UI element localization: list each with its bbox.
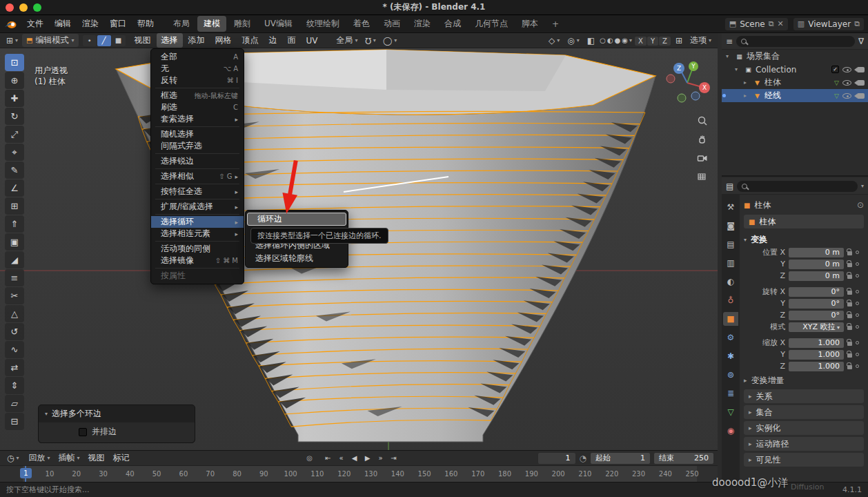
prev-keyframe-button[interactable]: « bbox=[335, 452, 347, 464]
lock-icon[interactable] bbox=[847, 251, 852, 255]
menu-item[interactable]: 选择相连元素▸ bbox=[151, 228, 244, 240]
value-field[interactable]: 0 m bbox=[789, 260, 844, 269]
menu-item[interactable]: 刷选C bbox=[151, 101, 244, 113]
workspace-tab[interactable]: UV编辑 bbox=[258, 16, 299, 32]
viewport-menu-item[interactable]: 选择 bbox=[157, 33, 183, 48]
tool-poly-build[interactable]: △ bbox=[5, 305, 24, 322]
grid-icon[interactable]: ⊞ bbox=[673, 35, 685, 46]
expand-icon[interactable]: ▾ bbox=[735, 66, 741, 72]
decorator-dot[interactable] bbox=[856, 251, 859, 254]
outliner-row[interactable]: ▾▦场景集合 bbox=[722, 50, 868, 63]
menu-item[interactable]: 随机选择 bbox=[151, 128, 244, 140]
viewport-menu-item[interactable]: 添加 bbox=[184, 33, 210, 48]
tool-add-cube[interactable]: ⊞ bbox=[5, 197, 24, 215]
material-shading-icon[interactable]: ● bbox=[615, 37, 621, 44]
jump-start-button[interactable]: ⇤ bbox=[322, 452, 334, 464]
timeline-editor-icon[interactable]: ◷▾ bbox=[4, 453, 22, 464]
timeline-menu[interactable]: 视图 bbox=[84, 451, 109, 465]
zoom-icon[interactable] bbox=[696, 115, 709, 127]
workspace-tab[interactable]: 脚本 bbox=[515, 16, 544, 32]
edge-rings-checkbox[interactable] bbox=[79, 428, 87, 436]
frame-end-field[interactable]: 结束 250 bbox=[654, 453, 713, 464]
workspace-tab[interactable]: 雕刻 bbox=[228, 16, 257, 32]
properties-tab-scene[interactable]: ◐ bbox=[723, 275, 738, 289]
frame-start-field[interactable]: 起始 1 bbox=[591, 453, 650, 464]
value-field[interactable]: 0 m bbox=[789, 248, 844, 257]
tool-smooth[interactable]: ∿ bbox=[5, 341, 24, 358]
playhead-marker[interactable]: 1 bbox=[20, 468, 32, 478]
timeline-menu[interactable]: 插帧▾ bbox=[55, 451, 84, 465]
properties-search-input[interactable] bbox=[737, 181, 858, 192]
auto-key-button[interactable]: ◎ bbox=[304, 452, 315, 464]
panel-section[interactable]: ▸实例化 bbox=[744, 421, 864, 435]
workspace-tab[interactable]: 渲染 bbox=[408, 16, 437, 32]
timeline-menu[interactable]: 标记 bbox=[109, 451, 134, 465]
viewport-menu-item[interactable]: UV bbox=[302, 35, 323, 47]
checkbox-icon[interactable]: ✓ bbox=[831, 66, 839, 73]
workspace-tab[interactable]: 着色 bbox=[347, 16, 376, 32]
menu-item[interactable]: 间隔式弃选 bbox=[151, 140, 244, 152]
viewport-menu-item[interactable]: 顶点 bbox=[237, 33, 264, 48]
disable-render-icon[interactable] bbox=[857, 93, 865, 99]
value-field[interactable]: XYZ 欧拉 ▾ bbox=[789, 322, 844, 332]
operator-panel-title-row[interactable]: ▾ 选择多个环边 bbox=[39, 405, 195, 422]
show-overlays-button[interactable]: ◎▾ bbox=[564, 35, 582, 46]
mesh-render[interactable] bbox=[0, 48, 718, 450]
select-mode-face-button[interactable]: ■ bbox=[112, 35, 126, 46]
options-button[interactable]: 选项▾ bbox=[687, 34, 714, 47]
current-frame-field[interactable]: 1 bbox=[538, 453, 575, 464]
menubar-item[interactable]: 编辑 bbox=[49, 17, 77, 31]
value-field[interactable]: 0° bbox=[789, 311, 844, 320]
properties-tab-particles[interactable]: ✱ bbox=[723, 349, 738, 363]
hide-viewport-icon[interactable] bbox=[842, 80, 851, 86]
tool-cursor[interactable]: ⊕ bbox=[5, 72, 24, 89]
editor-type-button[interactable]: ⊞▾ bbox=[3, 35, 21, 46]
lock-icon[interactable] bbox=[847, 353, 852, 358]
tool-extrude-region[interactable]: ⇑ bbox=[5, 215, 24, 233]
value-field[interactable]: 1.000 bbox=[789, 338, 844, 348]
tool-select-box[interactable]: ⊡ bbox=[5, 54, 24, 71]
viewport-menu-item[interactable]: 面 bbox=[283, 33, 301, 48]
decorator-dot[interactable] bbox=[856, 313, 859, 317]
tool-measure[interactable]: ∠ bbox=[5, 179, 24, 197]
menubar-item[interactable]: 文件 bbox=[21, 17, 49, 31]
tool-shear[interactable]: ▱ bbox=[5, 395, 24, 412]
tool-edge-slide[interactable]: ⇄ bbox=[5, 359, 24, 376]
timeline-menu[interactable]: 回放▾ bbox=[25, 451, 55, 465]
menubar-item[interactable]: 帮助 bbox=[132, 17, 159, 31]
menu-item[interactable]: 无⌥ A bbox=[151, 63, 244, 75]
panel-section[interactable]: ▸可见性 bbox=[744, 453, 864, 467]
outliner-row[interactable]: ▾▣Collection✓ bbox=[722, 63, 868, 76]
tool-move[interactable]: ✚ bbox=[5, 90, 24, 107]
lock-icon[interactable] bbox=[847, 275, 852, 279]
hide-viewport-icon[interactable] bbox=[842, 67, 851, 72]
tool-rotate[interactable]: ↻ bbox=[5, 108, 24, 125]
workspace-tab[interactable]: 纹理绘制 bbox=[300, 16, 346, 32]
decorator-dot[interactable] bbox=[856, 341, 859, 344]
properties-tab-modifiers[interactable]: ⚙ bbox=[723, 331, 738, 344]
play-button[interactable]: ▶ bbox=[362, 452, 373, 464]
lock-icon[interactable] bbox=[847, 314, 852, 318]
properties-tab-object[interactable]: ■ bbox=[723, 312, 738, 326]
lock-icon[interactable] bbox=[847, 291, 852, 295]
proportional-edit-toggle[interactable]: ◯▾ bbox=[380, 35, 400, 46]
jump-end-button[interactable]: ⇥ bbox=[388, 452, 400, 464]
properties-tab-render[interactable]: ◙ bbox=[723, 219, 738, 233]
wireframe-shading-icon[interactable]: ○ bbox=[600, 37, 606, 44]
workspace-tab[interactable]: 建模 bbox=[197, 16, 226, 32]
play-reverse-button[interactable]: ◀ bbox=[348, 452, 360, 464]
orientation-selector[interactable]: 全局▾ bbox=[334, 34, 361, 47]
lock-icon[interactable] bbox=[847, 263, 852, 267]
lock-icon[interactable] bbox=[847, 302, 852, 306]
workspace-tab[interactable]: 布局 bbox=[167, 16, 196, 32]
tool-rip-region[interactable]: ⊟ bbox=[5, 413, 24, 430]
properties-tab-material[interactable]: ◉ bbox=[723, 424, 738, 438]
axis-z-neg-ball[interactable] bbox=[691, 92, 700, 100]
pin-icon[interactable]: ⊙ bbox=[857, 200, 864, 210]
select-mode-vertex-button[interactable]: ∙ bbox=[83, 35, 97, 46]
blender-logo-icon[interactable] bbox=[4, 19, 18, 30]
scene-selector[interactable]: ⬒ Scene ⧉ ✕ bbox=[725, 18, 788, 30]
properties-tab-tool[interactable]: ⚒ bbox=[723, 200, 738, 214]
properties-tab-view-layer[interactable]: ▥ bbox=[723, 256, 738, 270]
tool-transform[interactable]: ⌖ bbox=[5, 144, 24, 161]
